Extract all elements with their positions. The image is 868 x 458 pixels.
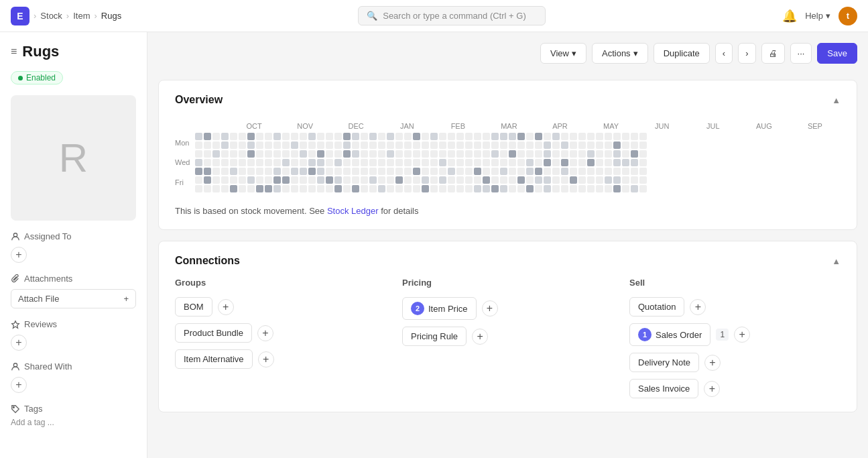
- page-title: Rugs: [22, 43, 59, 60]
- add-quotation-button[interactable]: +: [690, 299, 706, 315]
- add-assigned-to-button[interactable]: +: [11, 247, 27, 263]
- product-bundle-row: Product Bundle +: [175, 323, 386, 343]
- assigned-to-label: Assigned To: [11, 231, 136, 241]
- overview-collapse-icon[interactable]: ▲: [832, 95, 841, 105]
- sell-title: Sell: [629, 278, 841, 288]
- svg-marker-1: [12, 321, 19, 328]
- attachments-label: Attachments: [11, 274, 136, 284]
- view-button[interactable]: View ▾: [540, 43, 586, 64]
- avatar[interactable]: t: [839, 7, 857, 25]
- breadcrumb-area: E › Stock › Item › Rugs: [11, 7, 121, 25]
- shared-with-label: Shared With: [11, 361, 136, 371]
- actions-label: Actions: [602, 48, 631, 58]
- svg-point-0: [13, 233, 17, 236]
- save-label: Save: [827, 48, 847, 58]
- add-sales-order-button[interactable]: +: [734, 327, 750, 343]
- reviews-section: Reviews +: [11, 319, 136, 351]
- svg-point-2: [13, 363, 17, 366]
- quotation-row: Quotation +: [629, 297, 841, 317]
- main-content: View ▾ Actions ▾ Duplicate ‹ › 🖨 ··· Sav…: [147, 32, 868, 458]
- add-product-bundle-button[interactable]: +: [257, 325, 273, 341]
- quotation-button[interactable]: Quotation: [629, 297, 684, 317]
- heatmap-grid: Mon Wed Fri: [175, 133, 841, 192]
- bom-row: BOM +: [175, 297, 386, 317]
- prev-button[interactable]: ‹: [715, 43, 733, 64]
- sidebar-header: ≡ Rugs: [11, 43, 136, 60]
- pricing-section: Pricing 2 Item Price + Pricing Rule +: [402, 278, 613, 398]
- bom-button[interactable]: BOM: [175, 297, 212, 317]
- delivery-note-button[interactable]: Delivery Note: [629, 353, 699, 372]
- add-delivery-note-button[interactable]: +: [704, 355, 721, 371]
- tags-section: Tags Add a tag ...: [11, 404, 136, 427]
- item-price-row: 2 Item Price +: [402, 297, 613, 320]
- status-badge: Enabled: [11, 71, 63, 84]
- breadcrumb-item[interactable]: Item: [73, 11, 90, 21]
- app-icon[interactable]: E: [11, 7, 29, 25]
- add-tag-link[interactable]: Add a tag ...: [11, 418, 136, 427]
- actions-button[interactable]: Actions ▾: [592, 43, 648, 64]
- view-label: View: [550, 48, 569, 58]
- attach-file-plus-icon: +: [123, 294, 129, 304]
- add-bom-button[interactable]: +: [218, 299, 234, 315]
- sidebar: ≡ Rugs Enabled R Assigned To + Attachmen…: [0, 32, 147, 458]
- item-alternative-button[interactable]: Item Alternative: [175, 349, 253, 369]
- month-dec: DEC: [330, 122, 381, 130]
- star-icon: [11, 320, 20, 329]
- month-nov: NOV: [280, 122, 330, 130]
- add-item-price-button[interactable]: +: [482, 300, 498, 317]
- page-layout: ≡ Rugs Enabled R Assigned To + Attachmen…: [0, 32, 868, 458]
- pricing-title: Pricing: [402, 278, 613, 288]
- connections-collapse-icon[interactable]: ▲: [832, 256, 841, 266]
- add-pricing-rule-button[interactable]: +: [472, 329, 488, 345]
- share-icon: [11, 362, 20, 371]
- search-icon: 🔍: [367, 11, 377, 21]
- assigned-to-section: Assigned To +: [11, 231, 136, 263]
- add-sales-invoice-button[interactable]: +: [704, 381, 720, 397]
- help-label: Help: [805, 11, 823, 21]
- month-aug: AUG: [739, 122, 790, 130]
- overview-title: Overview: [175, 94, 223, 106]
- add-item-alternative-button[interactable]: +: [258, 351, 274, 367]
- breadcrumb-stock[interactable]: Stock: [40, 11, 62, 21]
- overview-card: Overview ▲ OCT NOV DEC JAN FEB MAR APR M…: [158, 80, 857, 230]
- actions-chevron-icon: ▾: [633, 48, 638, 58]
- sales-invoice-row: Sales Invoice +: [629, 379, 841, 398]
- delivery-note-row: Delivery Note +: [629, 353, 841, 372]
- day-fri: Fri: [175, 178, 190, 186]
- overview-card-header: Overview ▲: [175, 94, 841, 106]
- print-button[interactable]: 🖨: [761, 43, 785, 64]
- connections-grid: Groups BOM + Product Bundle + Item Alter…: [175, 278, 841, 398]
- item-price-button[interactable]: 2 Item Price: [402, 297, 477, 320]
- duplicate-button[interactable]: Duplicate: [654, 43, 710, 64]
- status-dot: [18, 76, 23, 80]
- next-button[interactable]: ›: [738, 43, 755, 64]
- sales-order-button[interactable]: 1 Sales Order: [629, 323, 710, 346]
- search-placeholder-text: Search or type a command (Ctrl + G): [383, 11, 526, 21]
- month-feb: FEB: [432, 122, 483, 130]
- save-button[interactable]: Save: [817, 43, 857, 64]
- add-shared-with-button[interactable]: +: [11, 377, 27, 393]
- status-text: Enabled: [26, 73, 56, 82]
- item-alternative-row: Item Alternative +: [175, 349, 386, 369]
- item-price-badge: 2: [411, 302, 424, 315]
- more-options-button[interactable]: ···: [790, 43, 812, 64]
- sales-invoice-button[interactable]: Sales Invoice: [629, 379, 698, 398]
- breadcrumb-current: Rugs: [101, 11, 121, 21]
- product-bundle-button[interactable]: Product Bundle: [175, 323, 252, 343]
- attach-file-button[interactable]: Attach File +: [11, 289, 136, 308]
- hamburger-icon[interactable]: ≡: [11, 46, 17, 58]
- stock-ledger-link[interactable]: Stock Ledger: [327, 206, 379, 216]
- month-jul: JUL: [688, 122, 739, 130]
- notifications-bell-icon[interactable]: 🔔: [782, 9, 797, 23]
- add-review-button[interactable]: +: [11, 335, 27, 351]
- status-badge-container: Enabled: [11, 71, 136, 84]
- groups-title: Groups: [175, 278, 386, 288]
- connections-card: Connections ▲ Groups BOM + Product Bundl…: [158, 241, 857, 412]
- help-button[interactable]: Help ▾: [805, 11, 830, 21]
- sales-order-count: 1: [716, 329, 729, 341]
- connections-title: Connections: [175, 255, 240, 267]
- search-box[interactable]: 🔍 Search or type a command (Ctrl + G): [358, 6, 546, 25]
- pricing-rule-button[interactable]: Pricing Rule: [402, 327, 467, 346]
- groups-section: Groups BOM + Product Bundle + Item Alter…: [175, 278, 386, 398]
- tag-icon: [11, 404, 20, 414]
